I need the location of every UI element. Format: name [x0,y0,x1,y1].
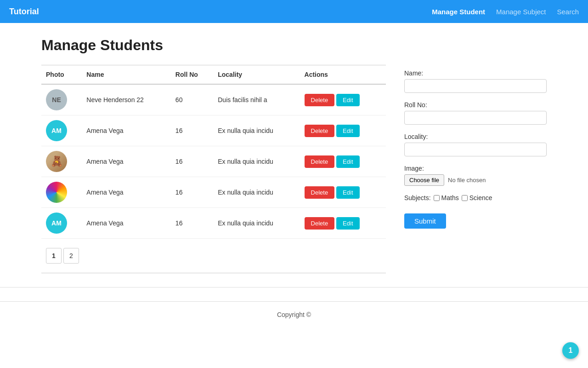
navbar: Tutorial Manage Student Manage Subject S… [0,0,588,23]
edit-button[interactable]: Edit [336,94,359,106]
col-roll-no: Roll No [171,65,213,84]
student-actions: DeleteEdit [300,208,386,239]
avatar [46,182,67,203]
table-body: NENeve Henderson 2260Duis facilis nihil … [41,84,386,239]
col-actions: Actions [300,65,386,84]
student-actions: DeleteEdit [300,84,386,115]
student-actions: DeleteEdit [300,146,386,177]
delete-button[interactable]: Delete [305,217,335,230]
avatar: AM [46,213,67,234]
edit-button[interactable]: Edit [336,217,359,230]
student-roll-no: 16 [171,146,213,177]
edit-button[interactable]: Edit [336,155,359,168]
student-name: Amena Vega [82,146,171,177]
navbar-brand[interactable]: Tutorial [9,7,39,17]
subjects-group: Subjects: Maths Science [404,194,547,201]
delete-button[interactable]: Delete [305,155,335,168]
edit-button[interactable]: Edit [336,186,359,199]
roll-no-label: Roll No: [404,101,547,109]
subjects-row: Subjects: Maths Science [404,194,547,201]
table-header: Photo Name Roll No Locality Actions [41,65,386,84]
footer-divider [0,287,588,288]
maths-checkbox-label: Maths [434,194,459,201]
subjects-label: Subjects: [404,194,431,201]
submit-button[interactable]: Submit [404,213,446,229]
name-input[interactable] [404,79,547,93]
science-checkbox-label: Science [462,194,492,201]
table-section: Photo Name Roll No Locality Actions NENe… [41,65,386,273]
nav-search[interactable]: Search [557,8,579,16]
table-row: AMAmena Vega16Ex nulla quia inciduDelete… [41,208,386,239]
locality-input[interactable] [404,143,547,156]
table-row: AMAmena Vega16Ex nulla quia inciduDelete… [41,115,386,146]
col-locality: Locality [213,65,300,84]
content-row: Photo Name Roll No Locality Actions NENe… [41,65,547,273]
student-roll-no: 16 [171,177,213,208]
student-name: Amena Vega [82,177,171,208]
pagination: 1 2 [41,248,386,264]
page-title: Manage Students [41,37,547,54]
student-actions: DeleteEdit [300,177,386,208]
student-locality: Ex nulla quia incidu [213,146,300,177]
navbar-links: Manage Student Manage Subject Search [432,8,579,16]
student-roll-no: 16 [171,115,213,146]
avatar: 🧸 [46,151,67,172]
roll-no-input[interactable] [404,111,547,125]
student-locality: Ex nulla quia incidu [213,208,300,239]
table-row: Amena Vega16Ex nulla quia inciduDeleteEd… [41,177,386,208]
student-locality: Duis facilis nihil a [213,84,300,115]
avatar: NE [46,89,67,110]
file-input-wrapper: Choose file No file chosen [404,174,547,186]
locality-label: Locality: [404,133,547,140]
science-label: Science [469,194,492,201]
student-locality: Ex nulla quia incidu [213,177,300,208]
footer: Copyright © [0,301,588,328]
page-1[interactable]: 1 [46,248,62,264]
image-label: Image: [404,165,547,172]
student-name: Amena Vega [82,208,171,239]
locality-group: Locality: [404,133,547,156]
avatar: AM [46,120,67,141]
student-name: Neve Henderson 22 [82,84,171,115]
col-photo: Photo [41,65,82,84]
file-chosen-text: No file chosen [448,177,486,184]
name-group: Name: [404,69,547,93]
maths-checkbox[interactable] [434,195,440,201]
form-section: Name: Roll No: Locality: Image: Choose f… [404,65,547,229]
nav-manage-student[interactable]: Manage Student [432,8,485,16]
delete-button[interactable]: Delete [305,186,335,199]
col-name: Name [82,65,171,84]
table-row: 🧸Amena Vega16Ex nulla quia inciduDeleteE… [41,146,386,177]
name-label: Name: [404,69,547,77]
image-group: Image: Choose file No file chosen [404,165,547,186]
main-container: Manage Students Photo Name Roll No Local… [32,23,556,287]
student-roll-no: 60 [171,84,213,115]
students-table: Photo Name Roll No Locality Actions NENe… [41,65,386,239]
science-checkbox[interactable] [462,195,468,201]
page-2[interactable]: 2 [63,248,79,264]
student-roll-no: 16 [171,208,213,239]
student-name: Amena Vega [82,115,171,146]
student-actions: DeleteEdit [300,115,386,146]
footer-text: Copyright © [277,311,311,318]
table-row: NENeve Henderson 2260Duis facilis nihil … [41,84,386,115]
delete-button[interactable]: Delete [305,125,335,137]
maths-label: Maths [441,194,459,201]
student-locality: Ex nulla quia incidu [213,115,300,146]
edit-button[interactable]: Edit [336,125,359,137]
choose-file-button[interactable]: Choose file [404,174,444,186]
delete-button[interactable]: Delete [305,94,335,106]
nav-manage-subject[interactable]: Manage Subject [496,8,546,16]
roll-no-group: Roll No: [404,101,547,125]
